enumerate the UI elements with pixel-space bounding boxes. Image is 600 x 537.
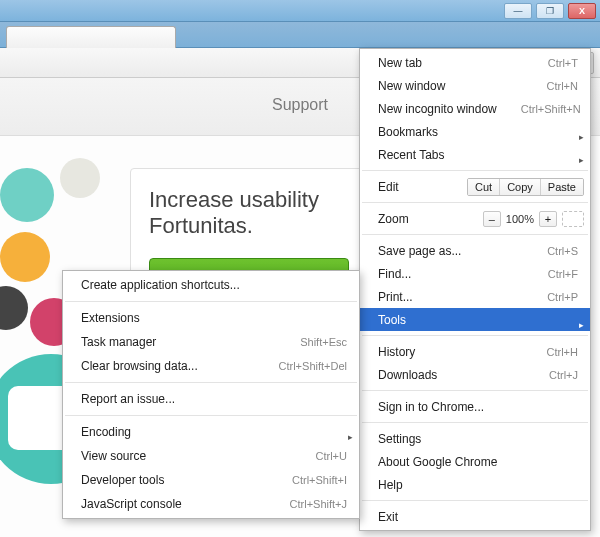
edit-button-group: Cut Copy Paste: [467, 178, 584, 196]
menu-about[interactable]: About Google Chrome: [360, 450, 590, 473]
submenu-create-shortcuts[interactable]: Create application shortcuts...: [63, 273, 359, 297]
maximize-icon: ❐: [546, 6, 554, 16]
close-icon: X: [579, 6, 585, 16]
menu-edit-row: Edit Cut Copy Paste: [360, 175, 590, 198]
menu-zoom-label: Zoom: [378, 212, 483, 226]
support-link[interactable]: Support: [272, 96, 328, 114]
submenu-view-source[interactable]: View sourceCtrl+U: [63, 444, 359, 468]
maximize-button[interactable]: ❐: [536, 3, 564, 19]
menu-print[interactable]: Print...Ctrl+P: [360, 285, 590, 308]
menu-help[interactable]: Help: [360, 473, 590, 496]
menu-tools[interactable]: Tools: [360, 308, 590, 331]
menu-recent-tabs[interactable]: Recent Tabs: [360, 143, 590, 166]
zoom-value: 100%: [506, 213, 534, 225]
menu-separator: [362, 500, 588, 501]
menu-new-incognito[interactable]: New incognito windowCtrl+Shift+N: [360, 97, 590, 120]
browser-tab[interactable]: [6, 26, 176, 48]
close-window-button[interactable]: X: [568, 3, 596, 19]
window-titlebar: — ❐ X: [0, 0, 600, 22]
zoom-in-button[interactable]: +: [539, 211, 557, 227]
menu-separator: [362, 335, 588, 336]
menu-new-tab[interactable]: New tabCtrl+T: [360, 51, 590, 74]
submenu-report-issue[interactable]: Report an issue...: [63, 387, 359, 411]
tools-submenu: Create application shortcuts... Extensio…: [62, 270, 360, 519]
chrome-main-menu: New tabCtrl+T New windowCtrl+N New incog…: [359, 48, 591, 531]
submenu-encoding[interactable]: Encoding: [63, 420, 359, 444]
menu-save-page-as[interactable]: Save page as...Ctrl+S: [360, 239, 590, 262]
minimize-button[interactable]: —: [504, 3, 532, 19]
menu-separator: [362, 422, 588, 423]
menu-zoom-row: Zoom – 100% +: [360, 207, 590, 230]
menu-new-window[interactable]: New windowCtrl+N: [360, 74, 590, 97]
menu-bookmarks[interactable]: Bookmarks: [360, 120, 590, 143]
submenu-task-manager[interactable]: Task managerShift+Esc: [63, 330, 359, 354]
zoom-out-button[interactable]: –: [483, 211, 501, 227]
tab-strip: [0, 22, 600, 48]
menu-exit[interactable]: Exit: [360, 505, 590, 528]
submenu-clear-browsing-data[interactable]: Clear browsing data...Ctrl+Shift+Del: [63, 354, 359, 378]
menu-find[interactable]: Find...Ctrl+F: [360, 262, 590, 285]
hero-headline: Increase usability Fortunitas.: [149, 187, 371, 240]
submenu-extensions[interactable]: Extensions: [63, 306, 359, 330]
menu-separator: [362, 390, 588, 391]
menu-settings[interactable]: Settings: [360, 427, 590, 450]
menu-downloads[interactable]: DownloadsCtrl+J: [360, 363, 590, 386]
menu-separator: [65, 301, 357, 302]
menu-separator: [362, 202, 588, 203]
submenu-developer-tools[interactable]: Developer toolsCtrl+Shift+I: [63, 468, 359, 492]
menu-separator: [65, 382, 357, 383]
menu-separator: [65, 415, 357, 416]
menu-separator: [362, 234, 588, 235]
copy-button[interactable]: Copy: [500, 179, 541, 195]
fullscreen-button[interactable]: [562, 211, 584, 227]
menu-edit-label: Edit: [378, 180, 467, 194]
minimize-icon: —: [514, 6, 523, 16]
menu-history[interactable]: HistoryCtrl+H: [360, 340, 590, 363]
cut-button[interactable]: Cut: [468, 179, 500, 195]
paste-button[interactable]: Paste: [541, 179, 583, 195]
menu-separator: [362, 170, 588, 171]
menu-sign-in[interactable]: Sign in to Chrome...: [360, 395, 590, 418]
submenu-javascript-console[interactable]: JavaScript consoleCtrl+Shift+J: [63, 492, 359, 516]
